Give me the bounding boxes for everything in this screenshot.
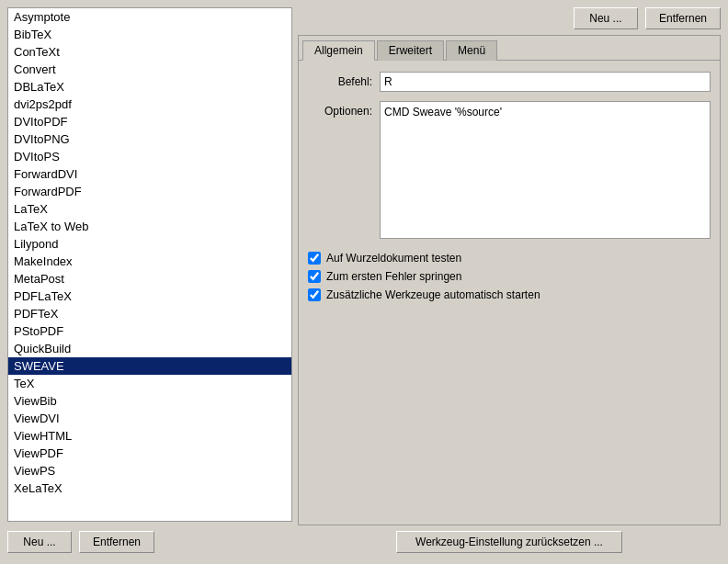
checkbox-input[interactable]: [308, 288, 321, 301]
tools-list[interactable]: AsymptoteBibTeXConTeXtConvertDBLaTeXdvi2…: [7, 7, 292, 522]
list-item[interactable]: dvi2ps2pdf: [8, 96, 291, 113]
list-item[interactable]: DVItoPDF: [8, 113, 291, 130]
reset-button[interactable]: Werkzeug-Einstellung zurücksetzen ...: [396, 531, 622, 553]
list-item[interactable]: TeX: [8, 375, 291, 392]
tab-menü[interactable]: Menü: [446, 40, 497, 61]
left-new-button[interactable]: Neu ...: [7, 531, 72, 553]
bottom-right: Werkzeug-Einstellung zurücksetzen ...: [298, 531, 721, 557]
options-label: Optionen:: [308, 101, 372, 118]
command-row: Befehl:: [308, 72, 711, 92]
tab-content-area: AllgemeinErweitertMenü Befehl: Optionen:: [298, 35, 721, 525]
checkbox-label: Auf Wurzeldokument testen: [326, 252, 461, 265]
tab-body: Befehl: Optionen: Auf Wurzeldokument tes…: [299, 61, 720, 525]
top-new-button[interactable]: Neu ...: [574, 7, 638, 29]
list-item[interactable]: LaTeX: [8, 200, 291, 218]
list-item[interactable]: XeLaTeX: [8, 479, 291, 497]
left-remove-button[interactable]: Entfernen: [79, 531, 154, 553]
list-item[interactable]: PDFTeX: [8, 305, 291, 322]
tab-allgemein[interactable]: Allgemein: [302, 40, 375, 61]
checkbox-label: Zum ersten Fehler springen: [326, 270, 461, 283]
right-panel: Neu ... Entfernen AllgemeinErweitertMenü…: [298, 7, 721, 557]
main-container: AsymptoteBibTeXConTeXtConvertDBLaTeXdvi2…: [0, 0, 728, 564]
list-item[interactable]: QuickBuild: [8, 340, 291, 357]
list-item[interactable]: DVItoPNG: [8, 130, 291, 148]
command-label: Befehl:: [308, 75, 372, 88]
list-item[interactable]: MetaPost: [8, 270, 291, 288]
list-item[interactable]: Asymptote: [8, 8, 291, 26]
list-item[interactable]: ForwardDVI: [8, 165, 291, 183]
list-item[interactable]: ViewBib: [8, 392, 291, 410]
list-item[interactable]: DBLaTeX: [8, 78, 291, 96]
checkbox-row: Auf Wurzeldokument testen: [308, 252, 711, 265]
left-buttons: Neu ... Entfernen: [7, 527, 292, 557]
list-item[interactable]: ConTeXt: [8, 43, 291, 61]
top-remove-button[interactable]: Entfernen: [645, 7, 721, 29]
command-input[interactable]: [380, 72, 711, 92]
list-item[interactable]: ViewPS: [8, 462, 291, 479]
options-textarea[interactable]: [380, 101, 711, 239]
tabs-row: AllgemeinErweitertMenü: [299, 36, 720, 61]
list-item[interactable]: ViewDVI: [8, 410, 291, 427]
list-item[interactable]: ViewHTML: [8, 427, 291, 445]
list-item[interactable]: SWEAVE: [8, 357, 291, 375]
left-panel: AsymptoteBibTeXConTeXtConvertDBLaTeXdvi2…: [7, 7, 292, 557]
list-item[interactable]: DVItoPS: [8, 148, 291, 165]
tab-erweitert[interactable]: Erweitert: [377, 40, 444, 61]
checkbox-row: Zusätzliche Werkzeuge automatisch starte…: [308, 288, 711, 301]
checkboxes-area: Auf Wurzeldokument testenZum ersten Fehl…: [308, 252, 711, 301]
list-item[interactable]: MakeIndex: [8, 253, 291, 270]
checkbox-row: Zum ersten Fehler springen: [308, 270, 711, 283]
list-item[interactable]: ViewPDF: [8, 445, 291, 462]
checkbox-input[interactable]: [308, 270, 321, 283]
list-item[interactable]: ForwardPDF: [8, 183, 291, 200]
top-right-buttons: Neu ... Entfernen: [298, 7, 721, 29]
list-item[interactable]: PDFLaTeX: [8, 288, 291, 305]
list-item[interactable]: BibTeX: [8, 26, 291, 43]
checkbox-label: Zusätzliche Werkzeuge automatisch starte…: [326, 288, 540, 301]
checkbox-input[interactable]: [308, 252, 321, 265]
options-row: Optionen:: [308, 101, 711, 239]
list-item[interactable]: PStoPDF: [8, 322, 291, 340]
list-item[interactable]: Lilypond: [8, 235, 291, 253]
list-item[interactable]: Convert: [8, 61, 291, 78]
list-item[interactable]: LaTeX to Web: [8, 218, 291, 235]
